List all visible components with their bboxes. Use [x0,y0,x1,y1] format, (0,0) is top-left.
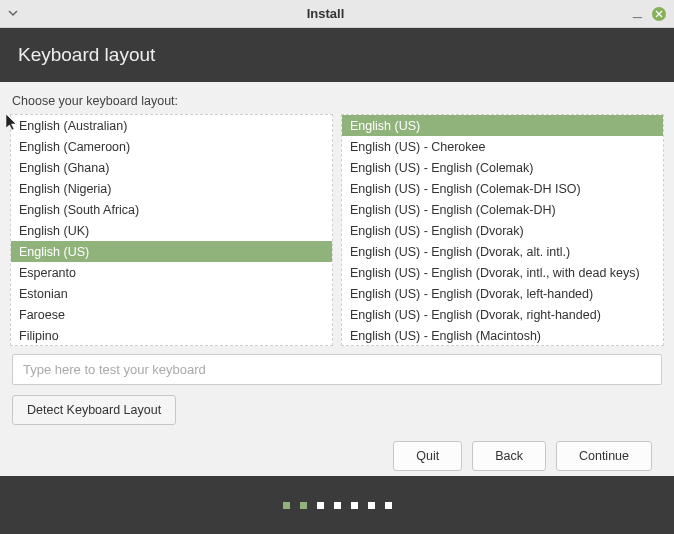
progress-dot [317,502,324,509]
progress-dots [0,476,674,534]
chevron-down-icon[interactable] [8,8,18,18]
page-header: Keyboard layout [0,28,674,82]
variant-item[interactable]: English (US) - English (Dvorak, right-ha… [342,304,663,325]
variant-listbox[interactable]: English (US)English (US) - CherokeeEngli… [341,114,664,346]
layout-item[interactable]: Estonian [11,283,332,304]
back-button[interactable]: Back [472,441,546,471]
minimize-button[interactable]: _ [633,2,642,18]
continue-button[interactable]: Continue [556,441,652,471]
progress-dot [385,502,392,509]
layout-item[interactable]: Faroese [11,304,332,325]
layout-item[interactable]: English (Nigeria) [11,178,332,199]
window-title: Install [18,6,633,21]
progress-dot [351,502,358,509]
progress-dot [300,502,307,509]
layout-item[interactable]: English (UK) [11,220,332,241]
layout-item[interactable]: Filipino [11,325,332,346]
layout-item[interactable]: English (US) [11,241,332,262]
variant-item[interactable]: English (US) - English (Dvorak) [342,220,663,241]
prompt-label: Choose your keyboard layout: [10,94,664,108]
quit-button[interactable]: Quit [393,441,462,471]
progress-dot [283,502,290,509]
page-title: Keyboard layout [18,44,656,66]
close-button[interactable] [652,7,666,21]
layout-item[interactable]: English (South Africa) [11,199,332,220]
layout-listbox[interactable]: English (Australian)English (Cameroon)En… [10,114,333,346]
progress-dot [334,502,341,509]
progress-dot [368,502,375,509]
variant-item[interactable]: English (US) - English (Dvorak, alt. int… [342,241,663,262]
variant-item[interactable]: English (US) - English (Colemak) [342,157,663,178]
keyboard-test-input[interactable] [12,354,662,385]
variant-item[interactable]: English (US) - English (Dvorak, intl., w… [342,262,663,283]
layout-item[interactable]: English (Ghana) [11,157,332,178]
layout-item[interactable]: English (Australian) [11,115,332,136]
layout-item[interactable]: Esperanto [11,262,332,283]
variant-item[interactable]: English (US) - English (Colemak-DH ISO) [342,178,663,199]
detect-keyboard-button[interactable]: Detect Keyboard Layout [12,395,176,425]
variant-item[interactable]: English (US) - English (Colemak-DH) [342,199,663,220]
variant-item[interactable]: English (US) - English (Macintosh) [342,325,663,346]
layout-item[interactable]: English (Cameroon) [11,136,332,157]
variant-item[interactable]: English (US) - Cherokee [342,136,663,157]
window-titlebar: Install _ [0,0,674,28]
variant-item[interactable]: English (US) - English (Dvorak, left-han… [342,283,663,304]
variant-item[interactable]: English (US) [342,115,663,136]
main-content: Choose your keyboard layout: English (Au… [0,82,674,481]
